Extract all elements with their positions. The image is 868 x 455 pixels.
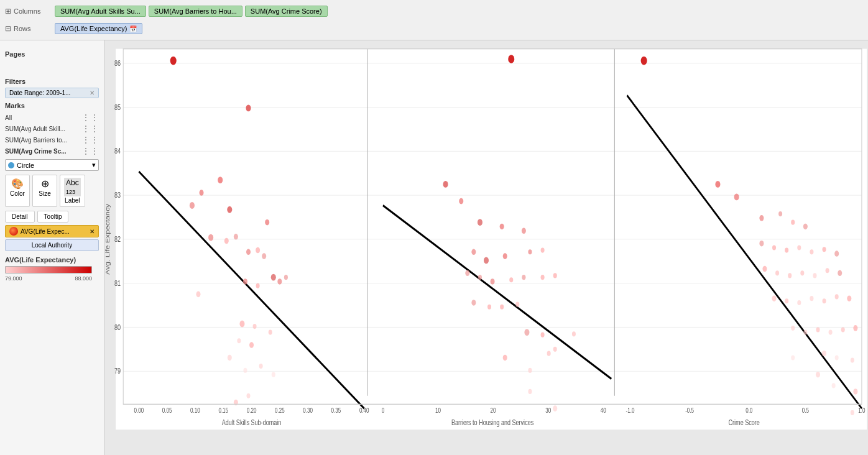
svg-point-24	[190, 202, 195, 209]
local-authority-button[interactable]: Local Authority	[5, 239, 99, 251]
rows-grid-icon: ⊟	[5, 24, 11, 33]
marks-row-1: SUM(Avg Adult Skill... ⋮⋮	[5, 123, 99, 134]
svg-text:0.0: 0.0	[746, 407, 752, 415]
svg-text:0.25: 0.25	[275, 407, 285, 415]
svg-point-68	[484, 257, 489, 264]
svg-point-71	[541, 248, 545, 253]
svg-point-74	[491, 278, 495, 285]
svg-text:1.0: 1.0	[858, 407, 865, 415]
svg-text:81: 81	[114, 278, 121, 287]
marks-dots-all: ⋮⋮	[81, 113, 99, 122]
col-pill-1[interactable]: SUM(Avg Adult Skills Su...	[55, 6, 146, 17]
svg-point-47	[259, 364, 263, 369]
columns-label: ⊞ Columns	[5, 7, 55, 16]
svg-point-123	[823, 298, 826, 303]
svg-point-42	[237, 338, 241, 343]
app-container: ⊞ Columns SUM(Avg Adult Skills Su... SUM…	[0, 0, 868, 455]
svg-point-34	[271, 274, 276, 281]
svg-point-119	[772, 295, 776, 301]
svg-point-112	[762, 266, 767, 272]
rows-pill[interactable]: AVG(Life Expectancy) 📅	[55, 23, 142, 34]
svg-point-37	[243, 278, 247, 285]
svg-point-80	[487, 305, 491, 310]
svg-point-78	[553, 273, 557, 278]
detail-button[interactable]: Detail	[5, 211, 35, 223]
color-icon: 🎨	[11, 178, 24, 190]
svg-point-136	[816, 372, 820, 378]
svg-point-41	[253, 324, 257, 329]
svg-point-115	[800, 270, 804, 275]
svg-text:0.35: 0.35	[331, 407, 341, 415]
col-pill-3[interactable]: SUM(Avg Crime Score)	[245, 6, 328, 17]
svg-text:85: 85	[114, 103, 121, 111]
avg-life-pill[interactable]: AVG(Life Expec... ✕	[5, 225, 99, 237]
svg-point-84	[541, 333, 545, 338]
size-icon: ⊕	[41, 178, 49, 190]
svg-point-72	[465, 270, 469, 277]
svg-point-117	[826, 268, 829, 273]
svg-point-69	[503, 253, 507, 259]
svg-point-82	[515, 302, 519, 307]
y-axis-label: Avg. Life Expectancy	[104, 203, 111, 275]
svg-point-29	[224, 238, 229, 244]
color-gradient-bar	[5, 266, 92, 273]
svg-text:82: 82	[114, 235, 121, 244]
svg-point-25	[199, 190, 203, 196]
svg-point-67	[471, 249, 476, 255]
svg-point-122	[810, 296, 813, 301]
marks-dots-2: ⋮⋮	[81, 135, 99, 145]
marks-dropdown[interactable]: Circle ▾	[5, 159, 99, 171]
svg-point-61	[508, 55, 514, 63]
svg-point-23	[218, 177, 223, 183]
svg-point-30	[234, 234, 238, 240]
label-button[interactable]: Abc123 Label	[60, 175, 85, 207]
pages-title: Pages	[5, 50, 99, 58]
svg-point-44	[269, 330, 272, 335]
col-pill-2[interactable]: SUM(Avg Barriers to Hou...	[149, 6, 242, 17]
svg-point-113	[775, 270, 779, 275]
filter-date-range[interactable]: Date Range: 2009-1... ✕	[5, 88, 99, 98]
label-icon: Abc123	[64, 178, 81, 196]
svg-point-120	[785, 298, 788, 303]
svg-point-127	[803, 330, 807, 335]
svg-point-126	[791, 326, 795, 331]
svg-point-63	[459, 198, 463, 205]
svg-text:0: 0	[382, 407, 384, 415]
pill-calendar-icon: 📅	[129, 25, 137, 32]
x-label-3: Crime Score	[729, 418, 760, 427]
grid-icon: ⊞	[5, 7, 11, 16]
chart-area: Avg. Life Expectancy 86 85 84 83 82 81 8…	[104, 40, 868, 455]
svg-point-64	[478, 219, 482, 226]
svg-text:0.15: 0.15	[218, 407, 228, 415]
svg-text:0.30: 0.30	[303, 407, 313, 415]
color-button[interactable]: 🎨 Color	[5, 175, 30, 207]
svg-point-138	[853, 388, 857, 395]
svg-text:-1.0: -1.0	[626, 407, 635, 415]
svg-text:79: 79	[114, 367, 121, 375]
tooltip-button[interactable]: Tooltip	[37, 211, 69, 223]
svg-point-132	[791, 355, 795, 360]
svg-point-65	[500, 224, 504, 230]
marks-row-3: SUM(Avg Crime Sc... ⋮⋮	[5, 145, 99, 157]
svg-point-76	[522, 275, 525, 280]
svg-point-36	[284, 275, 288, 280]
svg-text:40: 40	[601, 407, 606, 415]
main-area: Pages Filters Date Range: 2009-1... ✕ Ma…	[0, 40, 868, 455]
svg-point-66	[522, 228, 526, 234]
rows-row: ⊟ Rows AVG(Life Expectancy) 📅	[5, 20, 863, 37]
svg-point-77	[541, 275, 545, 280]
svg-point-79	[471, 300, 476, 306]
color-labels: 79.000 88.000	[5, 275, 92, 282]
legend-max: 88.000	[75, 275, 92, 282]
svg-point-21	[170, 57, 177, 65]
svg-point-98	[641, 57, 647, 65]
size-button[interactable]: ⊕ Size	[32, 175, 57, 207]
svg-point-26	[227, 206, 232, 213]
svg-point-33	[262, 253, 266, 259]
svg-text:0.5: 0.5	[802, 407, 809, 415]
svg-point-88	[553, 347, 557, 352]
svg-point-48	[272, 372, 275, 377]
svg-point-39	[196, 292, 200, 298]
svg-point-73	[478, 275, 482, 280]
svg-point-62	[443, 181, 448, 188]
